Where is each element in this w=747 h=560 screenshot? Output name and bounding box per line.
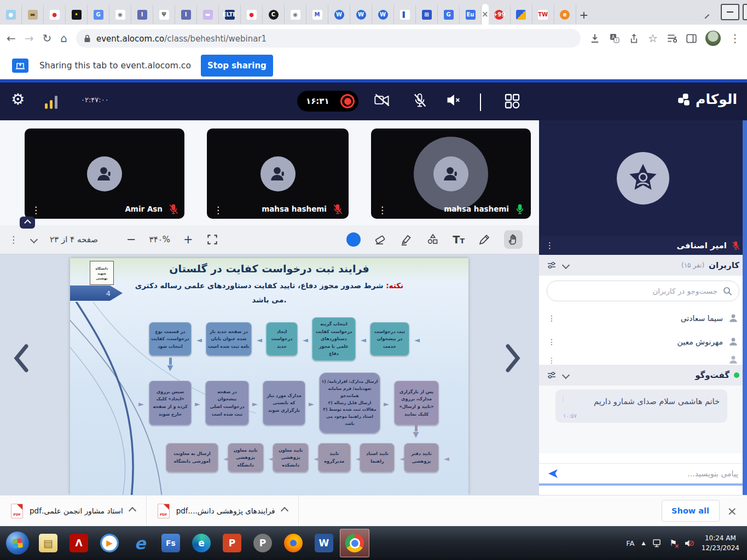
user-menu-icon[interactable]: ⋮ — [548, 337, 555, 346]
stop-sharing-button[interactable]: Stop sharing — [201, 55, 273, 77]
tile-menu-icon[interactable]: ⋮ — [213, 205, 223, 215]
participant-tile[interactable]: ⋮ mahsa hashemi — [371, 129, 531, 219]
tile-menu-icon[interactable]: ⋮ — [31, 205, 40, 215]
send-icon[interactable] — [547, 469, 559, 479]
presenter-menu-icon[interactable]: ⋮ — [546, 241, 554, 250]
reading-list-icon[interactable] — [667, 33, 677, 43]
reload-icon[interactable]: ↻ — [43, 32, 52, 45]
browser-tab[interactable]: Ψ — [153, 5, 175, 25]
address-bar[interactable]: event.alocom.co/class/beheshti/webinar1 — [76, 29, 581, 48]
chat-message-input[interactable] — [559, 469, 739, 479]
shapes-icon[interactable] — [426, 233, 439, 246]
new-tab-button[interactable]: + — [580, 7, 589, 23]
browser-tab[interactable] — [511, 5, 532, 25]
share-icon[interactable] — [629, 33, 639, 44]
pdf-menu-icon[interactable]: ⋮ — [9, 234, 18, 245]
tab-list-chevron-icon[interactable] — [705, 14, 709, 19]
download-options-chevron-icon[interactable] — [280, 507, 288, 515]
user-row[interactable]: مهرنوش معین ⋮ — [539, 330, 747, 353]
show-all-downloads-button[interactable]: Show all — [662, 500, 720, 522]
browser-tab[interactable]: ▬ — [197, 5, 219, 25]
browser-tab[interactable]: G — [88, 5, 109, 25]
taskbar-app-icon[interactable]: P — [248, 529, 277, 557]
minimize-button[interactable] — [721, 4, 739, 20]
back-icon[interactable]: ← — [7, 32, 16, 45]
action-center-flag-icon[interactable]: ⚑× — [669, 538, 676, 548]
taskbar-app-icon[interactable]: ▶ — [95, 529, 124, 557]
browser-tab[interactable]: e — [554, 5, 576, 25]
chat-section-header[interactable]: گفت‌وگو — [539, 365, 747, 386]
connection-signal-icon[interactable] — [45, 95, 57, 109]
home-icon[interactable]: ⌂ — [60, 32, 67, 45]
speaker-muted-icon[interactable] — [446, 92, 462, 108]
next-page-icon[interactable] — [502, 342, 523, 375]
user-search-input[interactable] — [554, 286, 719, 296]
browser-tab[interactable]: I — [175, 5, 197, 25]
browser-tab[interactable]: • — [66, 5, 88, 25]
participant-tile[interactable]: ⋮ mahsa hashemi — [207, 129, 349, 219]
users-collapse-chevron-icon[interactable] — [562, 261, 570, 269]
download-item[interactable]: PDF استاد مشاور انجمن علمی.pdf — [0, 495, 147, 526]
settings-gear-icon[interactable]: ⚙ — [11, 90, 25, 108]
browser-tab[interactable]: G — [438, 5, 460, 25]
zoom-in-button[interactable]: + — [183, 233, 193, 246]
layout-grid-icon[interactable] — [503, 92, 521, 110]
user-menu-icon[interactable]: ⋮ — [548, 314, 555, 323]
active-tab[interactable]: × — [482, 4, 489, 25]
tab-close-icon[interactable]: × — [482, 9, 489, 19]
volume-muted-icon[interactable] — [684, 539, 694, 548]
browser-tab[interactable]: ◉ — [285, 5, 306, 25]
browser-tab[interactable]: ● — [44, 5, 66, 25]
browser-tab[interactable]: ELTE — [219, 5, 241, 25]
profile-avatar[interactable] — [705, 31, 721, 46]
eraser-icon[interactable] — [374, 233, 387, 246]
browser-tab[interactable]: ● — [241, 5, 263, 25]
users-section-header[interactable]: کاربران (۱۵ نفر) — [539, 255, 747, 276]
side-panel-icon[interactable] — [686, 34, 697, 43]
page-dropdown-chevron-icon[interactable] — [30, 236, 38, 243]
taskbar-app-icon[interactable]: P — [217, 529, 247, 557]
network-icon[interactable] — [652, 539, 662, 548]
mic-off-icon[interactable] — [412, 92, 427, 109]
user-row[interactable]: سیما سعادتی ⋮ — [539, 306, 747, 330]
user-search-box[interactable] — [547, 281, 739, 301]
zoom-out-button[interactable]: − — [126, 233, 136, 246]
browser-tab[interactable]: C — [263, 5, 285, 25]
browser-menu-icon[interactable]: ⋮ — [729, 32, 740, 45]
browser-tab[interactable]: TW — [532, 5, 554, 25]
download-icon[interactable] — [589, 33, 600, 44]
browser-tab[interactable]: ▌ — [394, 5, 416, 25]
sidebar-scrollbar[interactable] — [743, 120, 747, 495]
chat-message[interactable]: خانم هاشمی سلام صدای شمارو داریم ۱۰:۵۷ ⋮ — [555, 389, 727, 423]
taskbar-app-icon[interactable]: ▤ — [33, 529, 63, 557]
color-picker-button[interactable] — [346, 232, 361, 247]
clock[interactable]: 10:24 AM 12/23/2024 — [702, 533, 739, 553]
browser-tab[interactable]: ⊞ — [416, 5, 438, 25]
pencil-icon[interactable] — [478, 233, 491, 246]
download-item[interactable]: PDF فرایندهای پژوهشی دانش....pdf — [147, 495, 299, 526]
browser-tab[interactable]: W — [372, 5, 394, 25]
browser-tab[interactable]: M — [306, 5, 328, 25]
taskbar-app-icon[interactable]: W — [309, 529, 339, 557]
hand-tool-icon[interactable] — [504, 230, 523, 249]
users-filter-icon[interactable] — [547, 261, 557, 270]
taskbar-app-icon[interactable]: Fs — [156, 529, 186, 557]
collapse-strip-button[interactable] — [20, 217, 35, 229]
camera-off-icon[interactable] — [374, 92, 390, 108]
message-menu-icon[interactable]: ⋮ — [560, 395, 566, 402]
bookmark-star-icon[interactable]: ☆ — [648, 32, 658, 45]
user-row-partial[interactable]: ⋮ — [539, 353, 747, 365]
participant-tile[interactable]: ⋮ Amir Asn — [25, 129, 184, 219]
fullscreen-icon[interactable] — [206, 234, 218, 246]
language-indicator[interactable]: FA — [626, 539, 634, 547]
taskbar-app-icon[interactable]: e — [125, 529, 155, 557]
prev-page-icon[interactable] — [11, 342, 32, 375]
browser-tab[interactable]: ● — [0, 5, 22, 25]
browser-tab[interactable]: Eu — [460, 5, 482, 25]
browser-tab[interactable]: W — [328, 5, 350, 25]
translate-icon[interactable]: Aا — [609, 33, 620, 44]
user-menu-icon[interactable]: ⋮ — [548, 356, 555, 365]
taskbar-app-icon[interactable]: Λ — [64, 529, 94, 557]
browser-tab[interactable]: ▬ — [22, 5, 44, 25]
download-options-chevron-icon[interactable] — [129, 507, 136, 515]
